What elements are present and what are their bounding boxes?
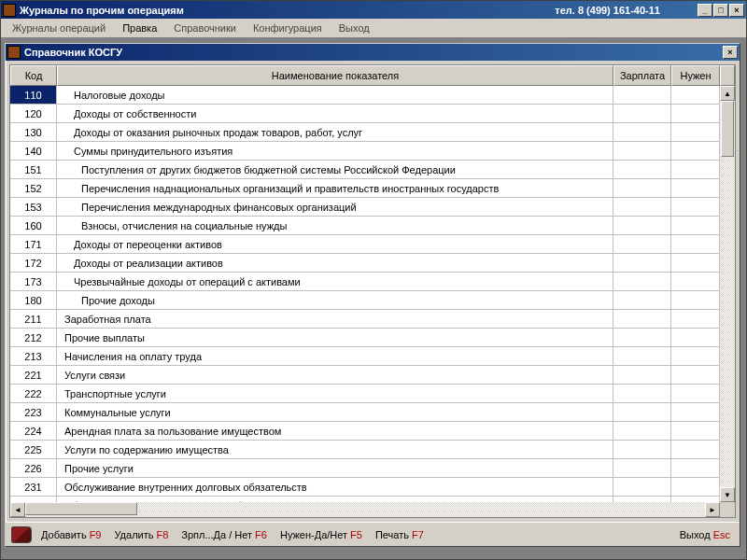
- cell-need: [671, 198, 720, 216]
- table-row[interactable]: 151Поступления от других бюджетов бюджет…: [10, 161, 720, 179]
- cell-need: [671, 86, 720, 104]
- cell-need: [671, 366, 720, 384]
- menu-journals[interactable]: Журналы операций: [5, 21, 113, 35]
- cell-salary: [613, 366, 671, 384]
- main-title: Журналы по прочим операциям: [20, 5, 184, 16]
- cell-code: 180: [10, 291, 57, 309]
- scroll-left-icon[interactable]: ◄: [10, 502, 25, 517]
- horizontal-scrollbar[interactable]: ◄ ►: [10, 502, 720, 517]
- menu-exit[interactable]: Выход: [331, 21, 377, 35]
- cell-need: [671, 123, 720, 141]
- table-row[interactable]: 211Заработная плата: [10, 310, 720, 329]
- close-button[interactable]: ×: [729, 4, 744, 17]
- cell-need: [671, 254, 720, 272]
- phone-text: тел. 8 (499) 161-40-11: [555, 5, 660, 16]
- cell-code: 224: [10, 422, 57, 440]
- table-row[interactable]: 152Перечисления наднациональных организа…: [10, 179, 720, 198]
- add-button[interactable]: Добавить F9: [37, 527, 105, 542]
- header-salary[interactable]: Зарплата: [613, 65, 671, 86]
- data-grid: Код Наименование показателя Зарплата Нуж…: [9, 64, 736, 518]
- bottom-toolbar: Добавить F9 Удалить F8 Зрпл...Да / Нет F…: [6, 522, 740, 546]
- table-row[interactable]: 231Обслуживание внутренних долговых обяз…: [10, 478, 720, 497]
- salary-toggle-button[interactable]: Зрпл...Да / Нет F6: [177, 527, 271, 542]
- header-name[interactable]: Наименование показателя: [57, 65, 613, 86]
- cell-salary: [613, 385, 671, 402]
- book-icon[interactable]: [11, 526, 32, 543]
- cell-name: Прочие доходы: [57, 291, 613, 309]
- cell-name: Коммунальные услуги: [57, 403, 613, 421]
- exit-button[interactable]: Выход Esc: [676, 527, 734, 542]
- cell-code: 160: [10, 217, 57, 234]
- hscroll-thumb[interactable]: [25, 502, 137, 515]
- child-window: Справочник КОСГУ × Код Наименование пока…: [5, 43, 740, 547]
- cell-name: Доходы от оказания рыночных продаж товар…: [57, 123, 613, 141]
- child-title: Справочник КОСГУ: [24, 47, 723, 58]
- cell-name: Заработная плата: [57, 310, 613, 328]
- vscroll-thumb[interactable]: [721, 101, 734, 157]
- cell-need: [671, 347, 720, 365]
- table-row[interactable]: 171Доходы от переоценки активов: [10, 235, 720, 254]
- scroll-right-icon[interactable]: ►: [705, 502, 720, 517]
- scroll-down-icon[interactable]: ▼: [720, 487, 735, 502]
- cell-name: Услуги связи: [57, 366, 613, 384]
- cell-salary: [613, 329, 671, 346]
- cell-name: Налоговые доходы: [57, 86, 613, 104]
- table-row[interactable]: 173Чрезвычайные доходы от операций с акт…: [10, 273, 720, 291]
- cell-code: 140: [10, 142, 57, 160]
- add-key: F9: [90, 529, 102, 540]
- grid-body: 110Налоговые доходы120Доходы от собствен…: [10, 86, 735, 517]
- header-need[interactable]: Нужен: [671, 65, 720, 86]
- vscroll-track[interactable]: [720, 101, 735, 487]
- cell-name: Перечисления наднациональных организаций…: [57, 179, 613, 197]
- table-row[interactable]: 222Транспортные услуги: [10, 385, 720, 403]
- grid-rows: 110Налоговые доходы120Доходы от собствен…: [10, 86, 720, 502]
- table-row[interactable]: 172Доходы от реализации активов: [10, 254, 720, 273]
- table-row[interactable]: 226Прочие услуги: [10, 459, 720, 478]
- vertical-scrollbar[interactable]: ▲ ▼: [720, 86, 735, 502]
- cell-salary: [613, 347, 671, 365]
- menu-references[interactable]: Справочники: [166, 21, 244, 35]
- menu-edit[interactable]: Правка: [115, 21, 164, 35]
- hscroll-track[interactable]: [25, 502, 705, 517]
- table-row[interactable]: 223Коммунальные услуги: [10, 403, 720, 422]
- table-row[interactable]: 130Доходы от оказания рыночных продаж то…: [10, 123, 720, 142]
- table-row[interactable]: 140Суммы принудительного изъятия: [10, 142, 720, 161]
- table-row[interactable]: 224Арендная плата за пользование имущест…: [10, 422, 720, 441]
- table-row[interactable]: 225Услуги по содержанию имущества: [10, 441, 720, 459]
- menu-config[interactable]: Конфигурация: [246, 21, 330, 35]
- cell-code: 226: [10, 459, 57, 477]
- table-row[interactable]: 221Услуги связи: [10, 366, 720, 385]
- table-row[interactable]: 180Прочие доходы: [10, 291, 720, 310]
- cell-salary: [613, 179, 671, 197]
- table-row[interactable]: 120Доходы от собственности: [10, 105, 720, 123]
- cell-need: [671, 385, 720, 402]
- cell-need: [671, 217, 720, 234]
- table-row[interactable]: 110Налоговые доходы: [10, 86, 720, 105]
- cell-need: [671, 105, 720, 122]
- minimize-button[interactable]: _: [698, 4, 712, 17]
- app-icon: [3, 4, 16, 17]
- cell-name: Начисления на оплату труда: [57, 347, 613, 365]
- cell-code: 172: [10, 254, 57, 272]
- cell-need: [671, 329, 720, 346]
- table-row[interactable]: 213Начисления на оплату труда: [10, 347, 720, 366]
- need-toggle-button[interactable]: Нужен-Да/Нет F5: [276, 527, 366, 542]
- print-button[interactable]: Печать F7: [372, 527, 428, 542]
- cell-name: Доходы от собственности: [57, 105, 613, 122]
- child-close-button[interactable]: ×: [723, 46, 738, 59]
- cell-code: 223: [10, 403, 57, 421]
- maximize-button[interactable]: □: [713, 4, 728, 17]
- table-row[interactable]: 153Перечисления международных финансовых…: [10, 198, 720, 217]
- table-row[interactable]: 160Взносы, отчисления на социальные нужд…: [10, 217, 720, 235]
- exit-key: Esc: [713, 529, 730, 540]
- cell-salary: [613, 441, 671, 458]
- cell-salary: [613, 217, 671, 234]
- header-code[interactable]: Код: [10, 65, 57, 86]
- scroll-up-icon[interactable]: ▲: [720, 86, 735, 101]
- main-window: Журналы по прочим операциям тел. 8 (499)…: [0, 0, 747, 560]
- delete-button[interactable]: Удалить F8: [110, 527, 172, 542]
- cell-salary: [613, 273, 671, 290]
- add-label: Добавить: [41, 529, 87, 540]
- cell-name: Чрезвычайные доходы от операций с актива…: [57, 273, 613, 290]
- table-row[interactable]: 212Прочие выплаты: [10, 329, 720, 347]
